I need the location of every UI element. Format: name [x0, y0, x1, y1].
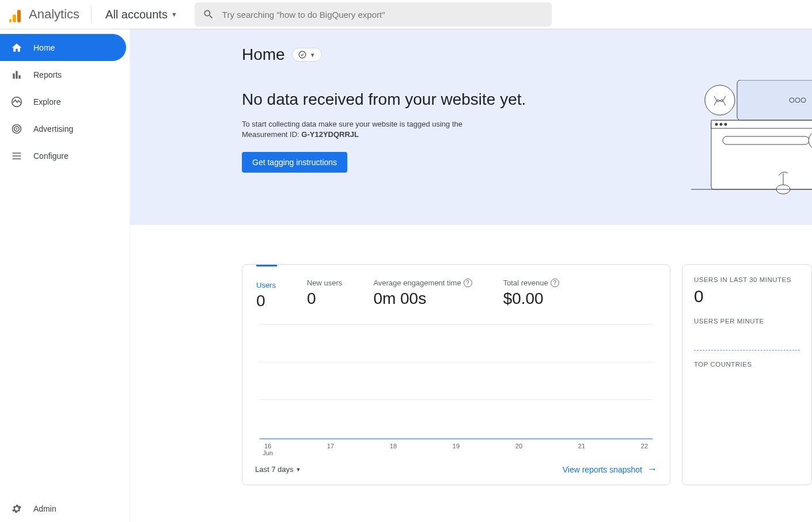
search-input[interactable]: Try searching "how to do BigQuery export…	[195, 2, 552, 26]
banner-heading: No data received from your website yet.	[242, 90, 541, 109]
x-tick-month: Jun	[261, 449, 275, 456]
svg-point-2	[16, 128, 18, 129]
svg-point-11	[720, 123, 723, 126]
x-tick: 22	[638, 443, 651, 456]
sidebar-item-label: Reports	[33, 70, 62, 79]
realtime-users-label: USERS IN LAST 30 MINUTES	[694, 276, 800, 283]
analytics-logo-icon	[9, 6, 23, 22]
onboarding-banner: Home ▼ No data received from your websit…	[130, 29, 812, 225]
page-title: Home	[242, 45, 285, 64]
logo[interactable]: Analytics	[7, 6, 82, 22]
realtime-card: USERS IN LAST 30 MINUTES 0 USERS PER MIN…	[682, 264, 812, 485]
date-range-picker[interactable]: Last 7 days ▼	[255, 465, 301, 474]
sidebar-item-home[interactable]: Home	[0, 34, 126, 61]
brand-name: Analytics	[29, 7, 79, 22]
x-tick: 18	[386, 443, 400, 456]
metric-tab-engagement-time[interactable]: Average engagement time ? 0m 00s	[373, 279, 472, 310]
svg-point-15	[705, 85, 735, 115]
sidebar-item-label: Admin	[33, 504, 56, 513]
help-icon[interactable]: ?	[464, 279, 472, 287]
x-tick: 16	[264, 443, 271, 449]
view-reports-snapshot-link[interactable]: View reports snapshot →	[563, 463, 657, 475]
svg-point-12	[724, 123, 727, 126]
measurement-id: G-Y12YDQRRJL	[301, 130, 359, 139]
main-content: Home ▼ No data received from your websit…	[130, 29, 812, 522]
sidebar: Home Reports Explore Advertising Configu…	[0, 29, 130, 522]
svg-point-3	[299, 51, 306, 58]
metric-value: 0	[307, 289, 342, 308]
home-icon	[10, 41, 23, 54]
top-bar: Analytics All accounts ▼ Try searching "…	[0, 0, 812, 29]
metric-tabs: Users 0 New users 0 Average engagement t…	[242, 265, 670, 314]
account-picker[interactable]: All accounts ▼	[101, 6, 182, 24]
chevron-down-icon: ▼	[171, 11, 177, 18]
metric-value: $0.00	[503, 289, 559, 308]
sidebar-item-reports[interactable]: Reports	[0, 61, 126, 88]
x-tick: 20	[512, 443, 526, 456]
metric-tab-users[interactable]: Users 0	[256, 279, 276, 310]
banner-subtext: To start collecting data make sure your …	[242, 119, 472, 140]
bar-chart-icon	[10, 68, 23, 81]
overview-card: Users 0 New users 0 Average engagement t…	[242, 264, 670, 485]
account-picker-label: All accounts	[105, 8, 168, 21]
x-tick: 19	[449, 443, 463, 456]
metric-label: New users	[307, 279, 342, 287]
sidebar-item-explore[interactable]: Explore	[0, 88, 126, 115]
link-text: View reports snapshot	[563, 465, 642, 474]
sparkline-placeholder	[694, 350, 800, 350]
table-icon	[10, 150, 23, 162]
gear-icon	[10, 502, 23, 515]
onboarding-illustration	[680, 80, 812, 207]
realtime-users-value: 0	[694, 287, 800, 306]
help-icon[interactable]: ?	[551, 279, 559, 287]
trend-chart: 16Jun 17 18 19 20 21 22	[260, 324, 652, 456]
chevron-down-icon: ▼	[310, 52, 316, 58]
x-tick: 17	[324, 443, 337, 456]
explore-icon	[10, 96, 23, 108]
divider	[91, 6, 92, 23]
metric-tab-new-users[interactable]: New users 0	[307, 279, 342, 310]
sidebar-item-admin[interactable]: Admin	[0, 495, 126, 522]
top-countries-label: TOP COUNTRIES	[694, 361, 800, 368]
users-per-minute-label: USERS PER MINUTE	[694, 318, 800, 325]
search-icon	[203, 9, 214, 20]
target-icon	[10, 123, 23, 135]
metric-tab-revenue[interactable]: Total revenue ? $0.00	[503, 279, 559, 310]
chart-x-axis: 16Jun 17 18 19 20 21 22	[260, 439, 652, 456]
sidebar-item-configure[interactable]: Configure	[0, 142, 126, 169]
sidebar-item-advertising[interactable]: Advertising	[0, 115, 126, 142]
arrow-right-icon: →	[647, 463, 657, 475]
sidebar-item-label: Explore	[33, 97, 60, 106]
tagging-instructions-button[interactable]: Get tagging instructions	[242, 152, 347, 173]
metric-value: 0m 00s	[373, 289, 472, 308]
metric-label: Users	[256, 281, 276, 289]
metric-label: Average engagement time ?	[373, 279, 472, 287]
sidebar-item-label: Home	[33, 43, 55, 52]
sidebar-item-label: Advertising	[33, 124, 73, 134]
chart-grid	[260, 324, 652, 439]
sidebar-item-label: Configure	[33, 151, 69, 161]
chevron-down-icon: ▼	[296, 467, 301, 473]
metric-value: 0	[256, 292, 276, 310]
date-range-label: Last 7 days	[255, 465, 294, 474]
verification-chip[interactable]: ▼	[292, 48, 322, 62]
search-placeholder: Try searching "how to do BigQuery export…	[222, 10, 385, 20]
check-circle-icon	[298, 51, 306, 59]
x-tick: 21	[575, 443, 589, 456]
svg-rect-8	[711, 120, 812, 189]
svg-point-10	[715, 123, 718, 126]
metric-label: Total revenue ?	[503, 279, 559, 287]
